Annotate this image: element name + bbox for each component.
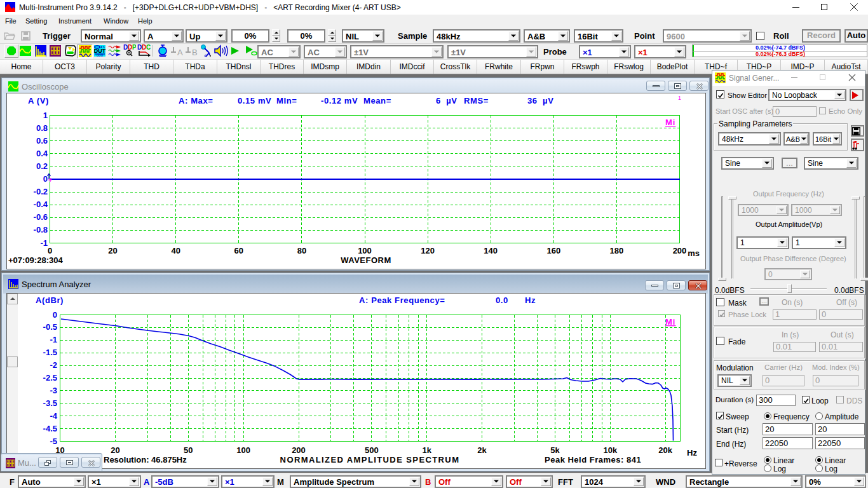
svg-text:1k: 1k xyxy=(422,445,431,455)
svg-text:160: 160 xyxy=(546,246,560,255)
svg-text:Resolution: 46.875Hz: Resolution: 46.875Hz xyxy=(104,455,187,464)
svg-text:100: 100 xyxy=(358,246,372,255)
svg-text:A: A xyxy=(177,48,183,57)
svg-text:Peak Held Frames: 841: Peak Held Frames: 841 xyxy=(545,455,641,464)
svg-text:180: 180 xyxy=(610,246,624,255)
svg-text:-3.5: -3.5 xyxy=(43,398,57,408)
svg-text:100: 100 xyxy=(236,445,250,455)
svg-text:000: 000 xyxy=(97,53,104,57)
svg-text:-0.5: -0.5 xyxy=(43,322,57,332)
svg-text:0: 0 xyxy=(53,310,57,320)
svg-text:-0.6: -0.6 xyxy=(34,212,48,222)
svg-text:-0.8: -0.8 xyxy=(34,225,48,234)
svg-text:-1: -1 xyxy=(40,238,48,248)
svg-text:500: 500 xyxy=(365,445,379,455)
svg-text:0: 0 xyxy=(48,246,52,255)
svg-text:20: 20 xyxy=(111,445,119,455)
svg-text:Hz: Hz xyxy=(687,448,697,458)
svg-text:80: 80 xyxy=(297,246,306,255)
svg-text:0.8: 0.8 xyxy=(36,123,48,133)
svg-text:+07:09:28:304: +07:09:28:304 xyxy=(8,255,63,265)
svg-text:-4.5: -4.5 xyxy=(43,424,57,433)
svg-text:40: 40 xyxy=(171,246,180,255)
svg-text:WAVEFORM: WAVEFORM xyxy=(341,255,391,265)
svg-text:P: P xyxy=(132,44,136,51)
svg-text:200: 200 xyxy=(673,246,687,255)
svg-text:1: 1 xyxy=(43,111,48,120)
svg-text:-1.5: -1.5 xyxy=(43,348,57,357)
svg-text:0.2: 0.2 xyxy=(36,161,48,171)
svg-text:-0.4: -0.4 xyxy=(34,200,48,209)
svg-text:60: 60 xyxy=(234,246,243,255)
svg-text:0: 0 xyxy=(43,174,48,184)
svg-text:140: 140 xyxy=(484,246,498,255)
svg-text:200: 200 xyxy=(292,445,306,455)
svg-text:-2: -2 xyxy=(50,360,57,370)
svg-text:120: 120 xyxy=(421,246,435,255)
svg-text:0.4: 0.4 xyxy=(36,149,48,158)
svg-text:50: 50 xyxy=(184,445,193,455)
svg-text:-2.5: -2.5 xyxy=(43,373,57,383)
svg-text:-4: -4 xyxy=(50,411,57,421)
svg-text:-1: -1 xyxy=(50,335,57,344)
svg-text:ms: ms xyxy=(688,248,700,258)
svg-text:Mi: Mi xyxy=(665,317,675,327)
svg-text:0.6: 0.6 xyxy=(36,136,48,146)
svg-text:2k: 2k xyxy=(477,445,487,455)
svg-text:-3: -3 xyxy=(50,386,57,395)
svg-text:B: B xyxy=(192,48,198,57)
svg-text:NORMALIZED AMPLITUDE SPECTRUM: NORMALIZED AMPLITUDE SPECTRUM xyxy=(280,455,460,464)
svg-text:-5: -5 xyxy=(50,437,57,446)
svg-text:Mi: Mi xyxy=(665,118,675,127)
svg-text:C: C xyxy=(146,44,151,51)
svg-text:5k: 5k xyxy=(550,445,560,455)
svg-text:10k: 10k xyxy=(603,445,617,455)
svg-text:20k: 20k xyxy=(658,445,672,455)
svg-text:20: 20 xyxy=(108,246,117,255)
svg-text:-0.2: -0.2 xyxy=(34,187,48,196)
